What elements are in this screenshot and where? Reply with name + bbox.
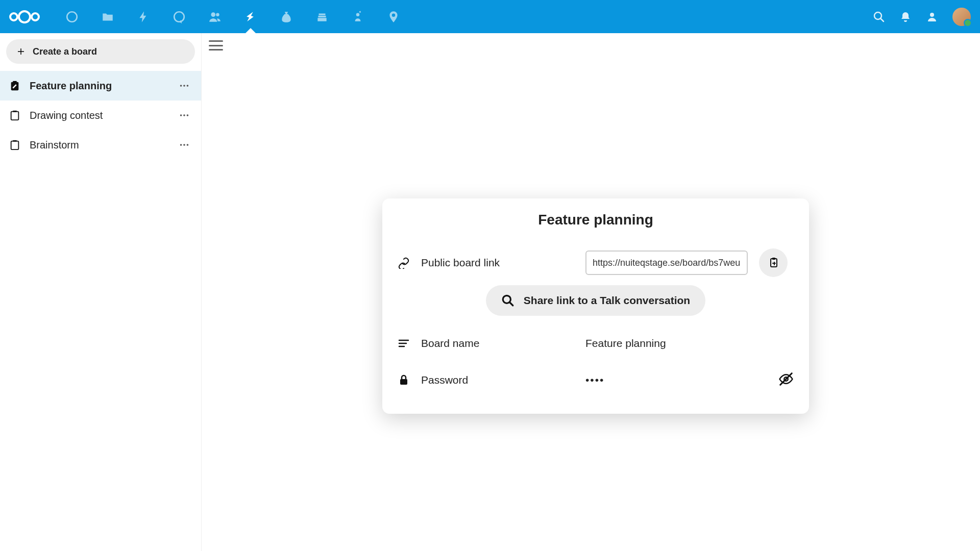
- more-icon[interactable]: [179, 139, 190, 151]
- svg-point-16: [187, 114, 189, 116]
- app-nav: [54, 0, 411, 33]
- svg-rect-4: [317, 18, 326, 21]
- clipboard-copy-icon: [767, 257, 779, 269]
- share-to-talk-label: Share link to a Talk conversation: [524, 294, 690, 307]
- public-link-row: Public board link: [398, 247, 794, 278]
- clipboard-icon: [9, 139, 20, 151]
- svg-point-11: [180, 85, 182, 87]
- circle-icon: [65, 10, 79, 23]
- svg-point-18: [183, 144, 185, 146]
- nav-files[interactable]: [90, 0, 126, 33]
- nav-deck[interactable]: [233, 0, 268, 33]
- nav-finance[interactable]: [268, 0, 304, 33]
- nextcloud-logo[interactable]: [9, 10, 40, 23]
- clipboard-icon: [9, 80, 20, 91]
- nav-talk[interactable]: [161, 0, 197, 33]
- create-board-button[interactable]: Create a board: [6, 39, 195, 64]
- nav-activity[interactable]: [126, 0, 161, 33]
- board-name-value[interactable]: Feature planning: [585, 337, 794, 349]
- deck-icon: [244, 10, 257, 23]
- toggle-password-visibility-button[interactable]: [778, 371, 794, 389]
- board-label: Brainstorm: [30, 139, 79, 151]
- more-icon[interactable]: [179, 110, 190, 121]
- svg-point-15: [183, 114, 185, 116]
- svg-point-14: [180, 114, 182, 116]
- svg-rect-6: [319, 13, 326, 15]
- sidebar-board-brainstorm[interactable]: Brainstorm: [0, 130, 201, 160]
- board-settings-dialog: Feature planning Public board link Share…: [382, 198, 809, 414]
- svg-line-9: [880, 18, 884, 21]
- user-avatar[interactable]: [952, 8, 971, 26]
- header-right: [873, 8, 971, 26]
- svg-line-23: [509, 302, 513, 306]
- password-row: Password ••••: [398, 365, 794, 395]
- nav-contacts[interactable]: [197, 0, 233, 33]
- dialog-title: Feature planning: [398, 212, 794, 228]
- svg-point-7: [356, 13, 360, 16]
- password-label: Password: [421, 374, 574, 386]
- stack-icon: [315, 10, 329, 23]
- app-header: [0, 0, 980, 33]
- svg-point-12: [183, 85, 185, 87]
- talk-search-icon: [501, 294, 514, 307]
- star-person-icon: [351, 10, 364, 23]
- plus-icon: [16, 47, 26, 56]
- folder-icon: [101, 10, 114, 23]
- board-name-label: Board name: [421, 337, 574, 349]
- lock-icon: [398, 374, 410, 386]
- pin-icon: [387, 10, 400, 23]
- text-icon: [398, 337, 410, 349]
- nav-federation[interactable]: [340, 0, 376, 33]
- svg-point-10: [930, 13, 934, 17]
- contacts-icon[interactable]: [926, 11, 938, 23]
- moneybag-icon: [280, 10, 293, 23]
- toggle-sidebar-button[interactable]: [209, 40, 223, 51]
- nav-dashboard[interactable]: [54, 0, 90, 33]
- svg-rect-5: [318, 15, 326, 17]
- svg-point-3: [216, 13, 219, 16]
- create-board-label: Create a board: [33, 46, 97, 57]
- nav-stack[interactable]: [304, 0, 340, 33]
- sidebar-board-feature-planning[interactable]: Feature planning: [0, 71, 201, 101]
- bolt-icon: [137, 10, 150, 23]
- board-label: Drawing contest: [30, 110, 103, 121]
- clipboard-icon: [9, 110, 20, 121]
- password-value[interactable]: ••••: [585, 374, 767, 386]
- people-icon: [208, 10, 222, 23]
- svg-point-13: [187, 85, 189, 87]
- eye-off-icon: [778, 371, 794, 387]
- nav-maps[interactable]: [376, 0, 411, 33]
- board-label: Feature planning: [30, 80, 112, 92]
- public-link-label: Public board link: [421, 257, 574, 269]
- copy-link-button[interactable]: [759, 248, 788, 277]
- svg-rect-21: [772, 258, 775, 260]
- search-icon[interactable]: [873, 11, 885, 23]
- link-icon: [398, 257, 410, 269]
- main-area: Feature planning Public board link Share…: [202, 33, 980, 551]
- svg-point-17: [180, 144, 182, 146]
- more-icon[interactable]: [179, 80, 190, 91]
- svg-point-2: [211, 12, 215, 17]
- svg-point-0: [67, 12, 77, 22]
- sidebar: Create a board Feature planning Drawing …: [0, 33, 202, 551]
- share-to-talk-button[interactable]: Share link to a Talk conversation: [486, 285, 705, 316]
- public-link-input[interactable]: [585, 251, 748, 275]
- board-name-row: Board name Feature planning: [398, 328, 794, 359]
- talk-icon: [173, 10, 186, 23]
- svg-point-19: [187, 144, 189, 146]
- svg-rect-24: [400, 379, 407, 385]
- svg-point-1: [174, 12, 184, 22]
- bell-icon[interactable]: [899, 11, 912, 23]
- sidebar-board-drawing-contest[interactable]: Drawing contest: [0, 101, 201, 130]
